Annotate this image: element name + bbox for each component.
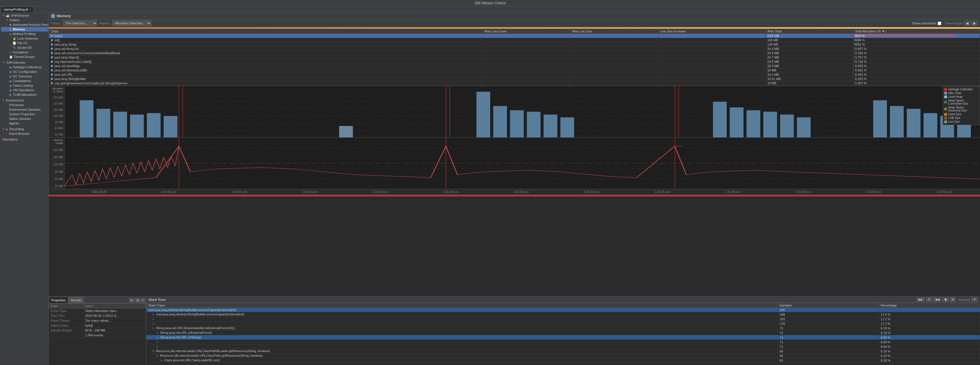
sidebar-item-automated-analysis[interactable]: ★ Automated Analysis Results — [1, 22, 48, 27]
col-alloc-total[interactable]: Alloc Total — [765, 29, 853, 34]
sidebar-item-event-browser[interactable]: Event Browser — [1, 131, 48, 136]
socket-io-icon: 🔌 — [13, 46, 16, 49]
table-row[interactable]: org.springframework.boot.loader.jar.Stri… — [49, 81, 483, 85]
sidebar-item-vm-operations[interactable]: ◉ VM Operations — [1, 88, 48, 92]
st-row[interactable]: ↳ String java.net.URLStreamHandler.toExt… — [146, 326, 778, 331]
table-cell-alloc-total: 2.87 GB — [765, 34, 853, 38]
st-btn-4[interactable]: ⏹ — [942, 297, 949, 302]
sidebar-item-native-libs[interactable]: Native Libraries — [1, 116, 48, 121]
tab-close-icon[interactable]: × — [30, 8, 31, 11]
st-percentage: 17.2 % — [879, 321, 980, 326]
star-icon: ★ — [9, 23, 12, 26]
col-stack-trace[interactable]: Stack Trace — [146, 303, 778, 308]
sidebar-item-processes[interactable]: Processes — [1, 103, 48, 107]
sidebar-item-socket-io[interactable]: 🔌 Socket I/O — [1, 45, 48, 50]
sidebar-item-file-io[interactable]: 📄 File I/O — [1, 41, 48, 45]
sidebar-item-gc-config[interactable]: ◉ GC Configuration — [1, 69, 48, 74]
sidebar-item-outline[interactable]: ▼ Outline — [1, 18, 48, 22]
st-percentage: 6.78 % — [879, 326, 980, 331]
st-row[interactable]: ↳ Class java.net.URLClassLoader$1.run() — [146, 358, 778, 363]
st-row[interactable]: ↳ — [146, 340, 778, 344]
allocation-chart-content[interactable]: Garbage Collection Alloc Total Used Heap — [64, 86, 980, 137]
sidebar-item-agents[interactable]: Agents — [1, 121, 48, 126]
st-row[interactable]: ↳ String java.net.URL.toString() — [146, 335, 778, 340]
time-range-button-right[interactable]: ▶ — [971, 21, 978, 26]
st-row[interactable]: ↳ Resource jdk.internal.loader.URLClassP… — [146, 349, 778, 354]
st-samples: 200 — [778, 308, 879, 312]
sidebar-item-tlab[interactable]: ◉ TLAB Allocations — [1, 92, 48, 97]
st-row[interactable]: void java.lang.AbstractStringBuilder.ens… — [146, 308, 778, 312]
time-range-button[interactable]: ◀ — [964, 21, 970, 26]
table-cell-alloc-total: 19 MB — [765, 68, 853, 73]
col-max-live-size[interactable]: Max Live Size — [571, 29, 658, 34]
focus-select[interactable]: This Selection... — [63, 20, 97, 26]
st-row[interactable]: ↳ — [146, 321, 778, 326]
st-row[interactable]: ↳ Resource jdk.internal.loader.URLClassP… — [146, 354, 778, 358]
table-row[interactable]: java.lang.Object[] — [49, 55, 483, 60]
sidebar-item-class-loading[interactable]: ◉ Class Loading — [1, 83, 48, 88]
st-row[interactable]: ↳ String java.net.URL.toExternalForm() — [146, 331, 778, 335]
tab-startup-profiling[interactable]: startupProfiling.jfr × — [1, 6, 33, 12]
col-total-alloc-pct[interactable]: Total Allocation (% ▼) — [853, 29, 980, 34]
table-cell-total-alloc-pct: 80.8 % — [853, 34, 980, 38]
st-btn-3[interactable]: ◀◀ — [933, 297, 941, 302]
aspect-select[interactable]: Allocation Selection... — [112, 20, 151, 26]
show-concurrent-checkbox[interactable] — [938, 22, 941, 25]
col-class[interactable]: Class — [49, 29, 483, 34]
table-row[interactable]: int[] — [49, 38, 483, 42]
col-live-size-increase[interactable]: Live Size Increase — [658, 29, 765, 34]
table-row[interactable]: java.lang.StringBuilder — [49, 77, 483, 81]
memory-chart-content[interactable] — [64, 138, 980, 189]
sidebar-item-recording-header[interactable]: ▼ ▶ Recording — [0, 127, 48, 131]
sidebar-item-environment-header[interactable]: ▼ Environment — [0, 98, 48, 103]
table-cell-live-size-increase — [658, 81, 765, 85]
table-cell-live-size-increase — [658, 51, 765, 55]
prop-field — [49, 333, 83, 338]
sidebar-item-gc-summary[interactable]: ◉ GC Summary — [1, 74, 48, 78]
col-samples[interactable]: Samples — [778, 303, 879, 308]
st-row[interactable]: ↳ void java.lang.AbstractStringBuilder.e… — [146, 312, 778, 317]
samples-dropdown[interactable]: ▼ — [971, 297, 978, 302]
props-close-button[interactable]: × — [141, 298, 145, 303]
table-row[interactable]: java.util.AbstractList$Itr — [49, 68, 483, 73]
stack-trace-panel: Stack Trace ▶▶ ⏸ ◀◀ ⏹ ⊞ Samples ▼ — [146, 296, 980, 365]
sidebar-item-operations[interactable]: Operations — [0, 137, 48, 142]
alloc-bar — [853, 60, 854, 62]
sidebar-item-env-vars[interactable]: Environment Variables — [1, 107, 48, 112]
props-expand-button[interactable]: ⊞ — [135, 298, 140, 303]
st-btn-1[interactable]: ▶▶ — [917, 297, 925, 302]
tab-results[interactable]: Results — [68, 297, 84, 303]
table-cell-total-alloc-pct: 0.635 % — [853, 64, 980, 68]
tab-properties[interactable]: Properties — [49, 297, 68, 303]
svg-rect-23 — [560, 117, 574, 137]
table-row[interactable]: java.util.concurrent.ConcurrentHashMap$N… — [49, 51, 483, 55]
sidebar-item-method-profiling[interactable]: ◉ Method Profiling — [1, 32, 48, 36]
props-settings-button[interactable]: ⚙ — [129, 298, 134, 303]
sidebar-item-gc[interactable]: ◉ Garbage Collections — [1, 65, 48, 69]
st-btn-5[interactable]: ⊞ — [950, 297, 956, 302]
st-row[interactable]: ↳ — [146, 317, 778, 321]
st-btn-2[interactable]: ⏸ — [926, 297, 932, 302]
sidebar-item-sys-props[interactable]: System Properties — [1, 112, 48, 116]
table-row[interactable]: java.net.URL — [49, 73, 483, 77]
col-percentage[interactable]: Percentage — [879, 303, 980, 308]
table-row[interactable]: java.util.HashMap — [49, 64, 483, 68]
table-row[interactable]: java.lang.String — [49, 42, 483, 47]
sidebar-item-jvm-browser[interactable]: ▼ ☕ JVM Browser — [0, 13, 48, 18]
alloc-bar — [853, 68, 854, 71]
col-max-live-count[interactable]: Max Live Count — [483, 29, 571, 34]
table-row[interactable]: byte[] — [49, 34, 483, 38]
sidebar-item-compilations[interactable]: ◉ Compilations — [1, 78, 48, 83]
xlabel-8: 1:31:35 a.m. — [655, 190, 671, 194]
table-row[interactable]: java.util.ArrayList — [49, 47, 483, 51]
vm-operations-icon: ◉ — [9, 89, 12, 92]
sidebar-item-thread-dumps[interactable]: 📋 Thread Dumps — [1, 54, 48, 59]
row-class-icon — [51, 39, 53, 41]
st-row[interactable]: ↳ — [146, 344, 778, 349]
sidebar-item-lock-instances[interactable]: 🔒 Lock Instances — [1, 36, 48, 41]
sidebar-item-exceptions[interactable]: ⚠ Exceptions — [1, 50, 48, 54]
table-row[interactable]: org.objectweb.asm.Label[] — [49, 60, 483, 64]
sidebar-item-jvm-internals-header[interactable]: ▼ JVM Internals — [0, 60, 48, 65]
row-class-icon — [51, 73, 53, 76]
sidebar-item-memory[interactable]: ◉ Memory — [1, 27, 48, 32]
